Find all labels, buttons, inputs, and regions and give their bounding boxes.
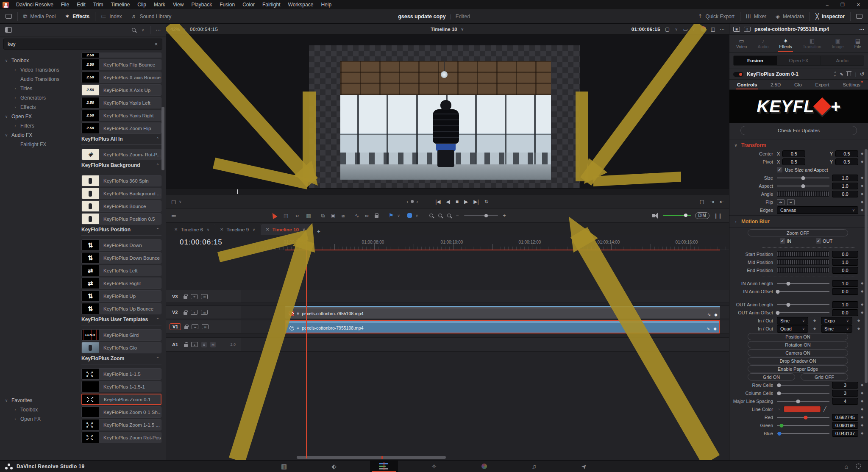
dropdown-select[interactable]: Expo∨ (821, 317, 852, 325)
value-field[interactable]: 1.0 (832, 183, 858, 189)
menu-item-help[interactable]: Help (317, 0, 335, 9)
effect-item[interactable]: 2.50KeyFloPlus Zoom Flip (81, 122, 161, 134)
auto-select-icon[interactable]: ◂▸ (191, 310, 198, 315)
menu-item-timeline[interactable]: Timeline (107, 0, 134, 9)
go-to-start-button[interactable]: |◀ (435, 199, 440, 205)
sidebar-item-toolbox[interactable]: ›Toolbox (0, 405, 81, 414)
clip-v2[interactable]: + pexels-cottonbro-7955108.mp4 ∿◆ (285, 306, 720, 319)
slider[interactable] (777, 390, 829, 397)
timeline-ruler[interactable]: 01:00:06:0001:00:08:0001:00:10:0001:00:1… (241, 235, 729, 250)
track-name[interactable]: A1 (170, 342, 181, 347)
keyframe-icon[interactable]: ◆ (858, 423, 866, 427)
split-screen-icon[interactable]: ◫ (711, 26, 715, 32)
lock-icon[interactable] (184, 326, 188, 329)
add-timeline-tab-button[interactable]: + (311, 228, 326, 235)
collapse-section-icon[interactable]: ⌃ (156, 356, 160, 361)
effect-item[interactable]: ⇅KeyFloPlus Down Bounce (81, 252, 161, 264)
tab-video[interactable]: ▭Video (735, 36, 748, 50)
expand-color-icon[interactable]: › (777, 407, 781, 411)
meters-icon[interactable]: ❙❙ (714, 213, 722, 219)
auto-select-icon[interactable]: ◂▸ (191, 342, 198, 347)
track-a1-lane[interactable] (241, 337, 729, 352)
curve-icon[interactable]: ∿ (707, 312, 711, 317)
effect-item-cropped[interactable]: 2.50 (81, 53, 161, 58)
keyframe-icon[interactable]: ◆ (855, 327, 862, 330)
sidebar-item-effects[interactable]: ›Effects (0, 103, 81, 112)
sound-library-button[interactable]: ♬Sound Library (131, 14, 172, 19)
go-to-end-button[interactable]: ▶| (473, 199, 479, 205)
frame-display-icon[interactable]: ▢ (665, 26, 670, 32)
panel-toggle-icon[interactable] (856, 14, 862, 19)
effect-section-header[interactable]: KeyFloPlus All In⌃ (81, 135, 161, 145)
effect-item[interactable]: 2.50KeyFloPlus X axis Bounce (81, 72, 161, 83)
slider[interactable] (777, 430, 829, 437)
checkbox[interactable]: ✓ (777, 167, 782, 172)
effect-item[interactable]: KeyFloPlus Glo (81, 342, 161, 353)
replace-clip-icon[interactable]: ⧇ (342, 213, 345, 219)
inspector-button[interactable]: ╳Inspector (815, 14, 845, 19)
enable-paper-edge-button[interactable]: Enable Paper Edge (748, 365, 848, 372)
timeline-view-options-icon[interactable]: ≕ (171, 213, 176, 219)
mute-button[interactable]: M (210, 342, 216, 347)
zoom-slider[interactable] (464, 215, 498, 216)
viewer-options-icon[interactable]: ⋯ (720, 26, 725, 32)
search-input[interactable] (8, 41, 151, 47)
effect-item[interactable]: ↖↗↙↘KeyFloPlus Zoom 1-1.5 ... (81, 419, 161, 430)
value-field[interactable]: 0.0 (832, 251, 858, 258)
keyframe-icon[interactable]: ◆ (858, 383, 866, 387)
viewer-zoom-select[interactable]: 42%∨ (170, 27, 186, 32)
check-for-updates-button[interactable]: Check For Updates (740, 126, 857, 135)
marker-chevron-icon[interactable]: ∨ (415, 214, 419, 218)
keyframe-icon[interactable]: ◆ (811, 327, 818, 330)
value-field[interactable]: 0.0 (832, 191, 858, 197)
sidebar-item-audio-transitions[interactable]: Audio Transitions (0, 75, 81, 84)
close-tab-icon[interactable]: ✕ (266, 227, 269, 232)
step-back-button[interactable]: ◀ (446, 199, 450, 205)
clip-list-icon[interactable]: ▯ (744, 27, 751, 32)
value-field[interactable]: 0.0 (832, 267, 858, 274)
value-field[interactable]: 0.090196 (832, 422, 858, 429)
position-lock-icon[interactable] (375, 215, 378, 218)
subtab-audio[interactable]: Audio (821, 56, 864, 65)
marker-icon[interactable] (407, 213, 412, 218)
menu-item-fusion[interactable]: Fusion (216, 0, 239, 9)
menu-item-clip[interactable]: Clip (134, 0, 150, 9)
tab-chevron-icon[interactable]: ∨ (206, 228, 210, 232)
flip-vertical-icon[interactable]: ▴▾ (787, 199, 795, 205)
effect-section-header[interactable]: KeyFloPlus Background⌃ (81, 161, 161, 171)
page-edit[interactable] (370, 461, 398, 472)
effect-item[interactable]: KeyFloPlus Zoom 0-1 Sh... (81, 406, 161, 418)
safe-area-chevron-icon[interactable]: ∨ (178, 200, 182, 204)
checkbox-in[interactable]: ✓ (780, 238, 785, 244)
value-field[interactable]: 0.5 (782, 150, 805, 157)
value-field[interactable]: 0.5 (782, 158, 805, 165)
effect-section-header[interactable]: KeyFloPlus Zoom⌃ (81, 355, 161, 364)
maximize-button[interactable]: ❐ (840, 2, 845, 8)
track-frames-icon[interactable]: ▤ (201, 310, 208, 315)
app-logo-icon[interactable] (3, 2, 9, 8)
effect-item[interactable]: ↖↗↙↘KeyFloPlus 1-1.5 (81, 368, 161, 380)
next-edit-icon[interactable]: ⇥ (710, 199, 714, 205)
page-color[interactable] (470, 461, 498, 472)
track-frames-icon[interactable]: ▤ (202, 324, 209, 329)
slider[interactable] (777, 309, 829, 316)
delete-effect-icon[interactable] (847, 72, 851, 76)
full-extent-zoom-icon[interactable] (429, 214, 433, 217)
menu-item-workspace[interactable]: Workspace (284, 0, 317, 9)
section-header-motion-blur[interactable]: ›Motion Blur (729, 217, 868, 226)
value-field[interactable]: 0.043137 (832, 430, 858, 437)
dial-control[interactable] (777, 251, 829, 257)
dial-control[interactable] (777, 191, 829, 197)
effects-button[interactable]: ✶Effects (65, 14, 89, 19)
solo-button[interactable]: S (201, 342, 207, 347)
collapse-section-icon[interactable]: ⌃ (156, 228, 160, 232)
menu-item-mark[interactable]: Mark (150, 0, 169, 9)
detail-zoom-icon[interactable] (438, 214, 442, 217)
value-field[interactable]: 3 (832, 390, 858, 397)
keyframe-icon[interactable]: ◆ (858, 391, 866, 395)
flag-chevron-icon[interactable]: ∨ (397, 214, 401, 218)
track-v3-lane[interactable] (241, 290, 729, 303)
dropdown-select[interactable]: Canvas∨ (777, 206, 858, 214)
viewer-playhead[interactable] (237, 189, 238, 194)
effect-item[interactable]: ↖↗↙↘KeyFloPlus Zoom 0-1 (81, 394, 161, 405)
